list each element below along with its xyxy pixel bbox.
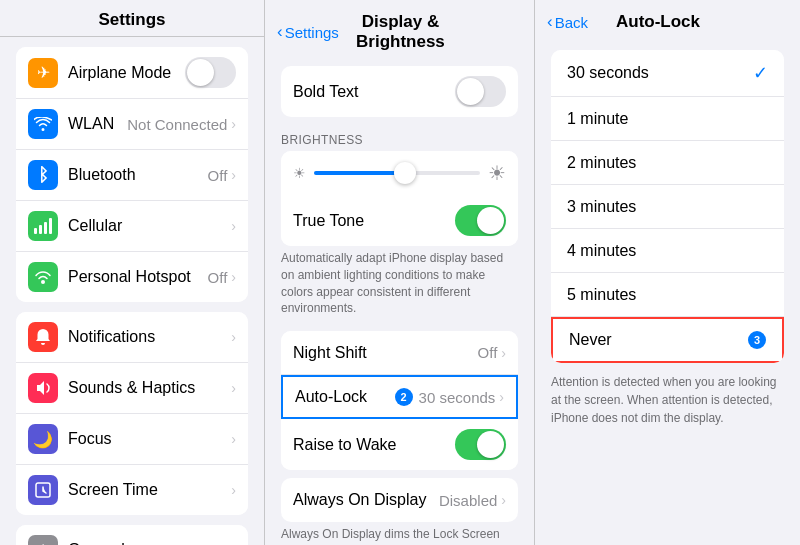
bluetooth-chevron: › bbox=[231, 167, 236, 183]
right-back-button[interactable]: ‹ Back bbox=[547, 12, 588, 32]
bluetooth-label: Bluetooth bbox=[68, 166, 208, 184]
autolock-option-30s[interactable]: 30 seconds ✓ bbox=[551, 50, 784, 97]
screentime-chevron: › bbox=[231, 482, 236, 498]
autolock-option-2m[interactable]: 2 minutes bbox=[551, 141, 784, 185]
sounds-label: Sounds & Haptics bbox=[68, 379, 231, 397]
autolock-options-card: 30 seconds ✓ 1 minute 2 minutes 3 minute… bbox=[551, 50, 784, 363]
bold-text-item[interactable]: Bold Text bbox=[281, 66, 518, 117]
mid-header: ‹ Settings Display & Brightness bbox=[265, 0, 534, 60]
always-on-desc: Always On Display dims the Lock Screen w… bbox=[265, 522, 534, 545]
settings-item-airplane[interactable]: ✈ Airplane Mode bbox=[16, 47, 248, 99]
brightness-card: ☀ ☀ True Tone bbox=[281, 151, 518, 246]
settings-item-sounds[interactable]: Sounds & Haptics › bbox=[16, 363, 248, 414]
brightness-row[interactable]: ☀ ☀ bbox=[281, 151, 518, 195]
autolock-option-5m[interactable]: 5 minutes bbox=[551, 273, 784, 317]
raise-to-wake-label: Raise to Wake bbox=[293, 436, 455, 454]
wlan-label: WLAN bbox=[68, 115, 127, 133]
mid-settings-group: Notifications › Sounds & Haptics › 🌙 Foc… bbox=[16, 312, 248, 515]
brightness-slider[interactable] bbox=[314, 171, 480, 175]
bluetooth-icon: ᛒ bbox=[28, 160, 58, 190]
right-nav: ‹ Back Auto-Lock bbox=[535, 8, 800, 34]
raise-to-wake-item[interactable]: Raise to Wake bbox=[281, 419, 518, 470]
hotspot-value: Off bbox=[208, 269, 228, 286]
wlan-chevron: › bbox=[231, 116, 236, 132]
airplane-label: Airplane Mode bbox=[68, 64, 185, 82]
display-brightness-panel: ‹ Settings Display & Brightness Bold Tex… bbox=[265, 0, 535, 545]
focus-label: Focus bbox=[68, 430, 231, 448]
right-title: Auto-Lock bbox=[588, 12, 728, 32]
badge2: 2 bbox=[395, 388, 413, 406]
autolock-checkmark: ✓ bbox=[753, 62, 768, 84]
bold-text-label: Bold Text bbox=[293, 83, 455, 101]
general-label: General bbox=[68, 541, 231, 545]
settings-item-cellular[interactable]: Cellular › bbox=[16, 201, 248, 252]
hotspot-chevron: › bbox=[231, 269, 236, 285]
notifications-label: Notifications bbox=[68, 328, 231, 346]
night-shift-item[interactable]: Night Shift Off › bbox=[281, 331, 518, 375]
auto-lock-label: Auto-Lock bbox=[295, 388, 389, 406]
true-tone-toggle[interactable] bbox=[455, 205, 506, 236]
settings-panel: Settings ✈ Airplane Mode WLAN Not Connec… bbox=[0, 0, 265, 545]
mid-nav: ‹ Settings Display & Brightness bbox=[265, 8, 534, 54]
settings-item-wlan[interactable]: WLAN Not Connected › bbox=[16, 99, 248, 150]
always-on-value: Disabled bbox=[439, 492, 497, 509]
back-chevron-icon: ‹ bbox=[277, 22, 283, 42]
settings-item-general[interactable]: ⚙ General › bbox=[16, 525, 248, 545]
brightness-section-label: BRIGHTNESS bbox=[265, 125, 534, 151]
settings-item-hotspot[interactable]: Personal Hotspot Off › bbox=[16, 252, 248, 302]
wlan-icon bbox=[28, 109, 58, 139]
raise-to-wake-toggle[interactable] bbox=[455, 429, 506, 460]
settings-item-focus[interactable]: 🌙 Focus › bbox=[16, 414, 248, 465]
sounds-chevron: › bbox=[231, 380, 236, 396]
airplane-icon: ✈ bbox=[28, 58, 58, 88]
cellular-icon bbox=[28, 211, 58, 241]
auto-lock-chevron: › bbox=[499, 389, 504, 405]
general-icon: ⚙ bbox=[28, 535, 58, 545]
right-header: ‹ Back Auto-Lock bbox=[535, 0, 800, 40]
settings-item-bluetooth[interactable]: ᛒ Bluetooth Off › bbox=[16, 150, 248, 201]
svg-rect-3 bbox=[49, 218, 52, 234]
bot-settings-group: ⚙ General › Control Center › AA Display … bbox=[16, 525, 248, 545]
right-back-chevron-icon: ‹ bbox=[547, 12, 553, 32]
mid-back-button[interactable]: ‹ Settings bbox=[277, 22, 339, 42]
notifications-icon bbox=[28, 322, 58, 352]
svg-rect-2 bbox=[44, 222, 47, 234]
bold-text-card: Bold Text bbox=[281, 66, 518, 117]
settings-item-notifications[interactable]: Notifications › bbox=[16, 312, 248, 363]
autolock-option-never[interactable]: Never 3 bbox=[551, 317, 784, 363]
auto-lock-panel: ‹ Back Auto-Lock 30 seconds ✓ 1 minute 2… bbox=[535, 0, 800, 545]
left-panel-header: Settings bbox=[0, 0, 264, 37]
mid-back-label: Settings bbox=[285, 24, 339, 41]
top-settings-group: ✈ Airplane Mode WLAN Not Connected › ᛒ B… bbox=[16, 47, 248, 302]
autolock-5m-label: 5 minutes bbox=[567, 286, 768, 304]
autolock-option-3m[interactable]: 3 minutes bbox=[551, 185, 784, 229]
airplane-toggle[interactable] bbox=[185, 57, 236, 88]
night-shift-label: Night Shift bbox=[293, 344, 478, 362]
wlan-value: Not Connected bbox=[127, 116, 227, 133]
always-on-item[interactable]: Always On Display Disabled › bbox=[281, 478, 518, 522]
autolock-30s-label: 30 seconds bbox=[567, 64, 753, 82]
night-shift-value: Off bbox=[478, 344, 498, 361]
true-tone-item[interactable]: True Tone bbox=[281, 195, 518, 246]
attention-notice: Attention is detected when you are looki… bbox=[535, 363, 800, 437]
true-tone-label: True Tone bbox=[293, 212, 455, 230]
screentime-label: Screen Time bbox=[68, 481, 231, 499]
mid-title: Display & Brightness bbox=[339, 12, 462, 52]
left-panel-title: Settings bbox=[16, 10, 248, 30]
autolock-option-1m[interactable]: 1 minute bbox=[551, 97, 784, 141]
autolock-never-label: Never bbox=[569, 331, 742, 349]
night-shift-autolock-card: Night Shift Off › Auto-Lock 2 30 seconds… bbox=[281, 331, 518, 470]
night-shift-chevron: › bbox=[501, 345, 506, 361]
autolock-4m-label: 4 minutes bbox=[567, 242, 768, 260]
cellular-chevron: › bbox=[231, 218, 236, 234]
bold-text-toggle[interactable] bbox=[455, 76, 506, 107]
badge3: 3 bbox=[748, 331, 766, 349]
autolock-2m-label: 2 minutes bbox=[567, 154, 768, 172]
always-on-chevron: › bbox=[501, 492, 506, 508]
autolock-option-4m[interactable]: 4 minutes bbox=[551, 229, 784, 273]
auto-lock-item[interactable]: Auto-Lock 2 30 seconds › bbox=[281, 375, 518, 419]
settings-item-screentime[interactable]: Screen Time › bbox=[16, 465, 248, 515]
auto-lock-value: 30 seconds bbox=[419, 389, 496, 406]
hotspot-label: Personal Hotspot bbox=[68, 268, 208, 286]
hotspot-icon bbox=[28, 262, 58, 292]
